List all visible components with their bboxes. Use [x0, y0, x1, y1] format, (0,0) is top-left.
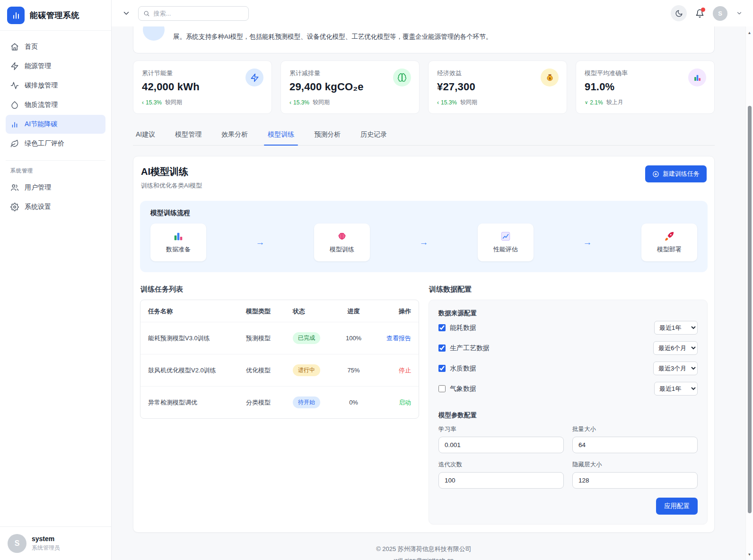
weather-data-range-select[interactable]: 最近1年 — [654, 382, 698, 396]
dark-mode-toggle[interactable] — [671, 5, 687, 21]
process-data-checkbox[interactable] — [438, 345, 446, 352]
sidebar-item-system-settings[interactable]: 系统设置 — [6, 198, 105, 216]
gear-icon — [10, 203, 19, 211]
sidebar-item-label: 物质流管理 — [25, 101, 58, 109]
tab-prediction-analysis[interactable]: 预测分析 — [313, 129, 341, 145]
panel-title: AI模型训练 — [141, 165, 202, 178]
apply-config-button[interactable]: 应用配置 — [656, 498, 698, 515]
tab-model-training[interactable]: 模型训练 — [267, 129, 295, 145]
scrollbar-up-arrow[interactable]: ▲ — [746, 31, 753, 35]
process-data-range-select[interactable]: 最近6个月 — [653, 341, 698, 355]
sidebar-item-ai-energy-saving[interactable]: AI节能降碳 — [6, 115, 105, 134]
start-task-link[interactable]: 启动 — [399, 399, 411, 406]
sidebar-header: 能碳管理系统 — [0, 0, 111, 30]
stat-delta: ‹ 15.3% 较同期 — [437, 98, 558, 106]
stat-label: 经济效益 — [437, 69, 558, 78]
task-model-type: 优化模型 — [238, 354, 285, 387]
scrollbar-down-arrow[interactable]: ▼ — [746, 552, 753, 557]
sidebar-item-green-factory[interactable]: 绿色工厂评价 — [6, 134, 105, 153]
moon-icon — [675, 9, 683, 17]
checkbox-label[interactable]: 生产工艺数据 — [438, 344, 490, 353]
sidebar-collapse-button[interactable] — [122, 9, 131, 17]
stop-task-link[interactable]: 停止 — [399, 367, 411, 374]
task-progress: 0% — [335, 387, 372, 419]
page-content: 展。系统支持多种AI模型，包括能耗预测模型、设备优化模型、工艺优化模型等，覆盖企… — [112, 26, 753, 560]
table-row: 鼓风机优化模型V2.0训练 优化模型 进行中 75% 停止 — [140, 354, 419, 387]
notifications-button[interactable] — [695, 9, 704, 18]
stat-value: ¥27,300 — [437, 81, 558, 93]
water-data-checkbox[interactable] — [438, 365, 446, 372]
flow-steps: 数据准备 → 模型训练 → 性能评估 → — [150, 224, 697, 261]
model-params-title: 模型参数配置 — [438, 411, 698, 420]
brain-emoji-icon — [337, 231, 347, 241]
sidebar-item-label: 能源管理 — [25, 62, 51, 70]
sidebar-item-home[interactable]: 首页 — [6, 37, 105, 56]
home-icon — [10, 43, 19, 51]
flow-step-performance-evaluation: 性能评估 — [478, 224, 534, 261]
param-field-iterations: 迭代次数 — [438, 461, 564, 489]
column-header-task-name: 任务名称 — [140, 300, 238, 322]
stat-card-emission-reduced: 累计减排量 29,400 kgCO₂e ‹ 15.3% 较同期 — [280, 60, 420, 114]
batch-size-input[interactable] — [572, 437, 698, 453]
chart-increasing-emoji-icon — [500, 231, 511, 241]
task-progress: 75% — [335, 354, 372, 387]
tab-effect-analysis[interactable]: 效果分析 — [220, 129, 249, 145]
view-report-link[interactable]: 查看报告 — [386, 335, 411, 342]
sidebar-item-user-management[interactable]: 用户管理 — [6, 178, 105, 197]
header-avatar[interactable]: S — [713, 6, 727, 21]
chevron-down-icon[interactable] — [736, 10, 743, 17]
new-training-task-button[interactable]: 新建训练任务 — [645, 165, 707, 182]
lightning-icon — [245, 69, 263, 86]
sidebar-item-carbon[interactable]: 碳排放管理 — [6, 76, 105, 95]
hidden-layer-size-input[interactable] — [572, 472, 698, 489]
topbar: S — [112, 0, 753, 26]
energy-data-range-select[interactable]: 最近1年 — [654, 321, 698, 335]
checkbox-label[interactable]: 气象数据 — [438, 385, 476, 393]
tab-model-management[interactable]: 模型管理 — [174, 129, 202, 145]
leaf-icon — [10, 139, 19, 148]
rocket-emoji-icon — [664, 231, 674, 241]
checkbox-label[interactable]: 能耗数据 — [438, 324, 476, 332]
stat-value: 29,400 kgCO₂e — [289, 81, 411, 93]
sidebar-user[interactable]: S system 系统管理员 — [0, 526, 111, 560]
trend-down-icon: ‹ — [289, 99, 291, 106]
stat-label: 累计节能量 — [142, 69, 263, 78]
energy-data-checkbox[interactable] — [438, 324, 446, 331]
tab-bar: AI建议 模型管理 效果分析 模型训练 预测分析 历史记录 — [133, 129, 715, 146]
tab-ai-advice[interactable]: AI建议 — [135, 129, 156, 145]
table-row: 异常检测模型调优 分类模型 待开始 0% 启动 — [140, 387, 419, 419]
scrollbar-thumb[interactable] — [748, 106, 752, 513]
stat-value: 91.0% — [585, 81, 706, 93]
users-icon — [10, 183, 19, 192]
water-data-range-select[interactable]: 最近3个月 — [653, 362, 698, 375]
app-logo — [7, 7, 25, 24]
stat-card-economic-benefit: 经济效益 ¥27,300 ‹ 15.3% 较同期 $ — [428, 60, 567, 114]
trend-down-icon: ‹ — [437, 99, 439, 106]
search-box[interactable] — [138, 6, 249, 21]
tab-history[interactable]: 历史记录 — [359, 129, 388, 145]
task-model-type: 分类模型 — [238, 387, 285, 419]
stat-value: 42,000 kWh — [142, 81, 263, 93]
vertical-scrollbar[interactable]: ▲ ▼ — [745, 26, 753, 560]
weather-data-checkbox[interactable] — [438, 385, 446, 392]
plus-circle-icon — [652, 171, 659, 178]
learning-rate-input[interactable] — [438, 437, 564, 453]
sidebar-item-material-flow[interactable]: 物质流管理 — [6, 95, 105, 114]
checkbox-label[interactable]: 水质数据 — [438, 364, 476, 373]
param-field-batch-size: 批量大小 — [572, 425, 698, 453]
stat-delta: ∨ 2.1% 较上月 — [585, 98, 706, 106]
notice-text: 展。系统支持多种AI模型，包括能耗预测模型、设备优化模型、工艺优化模型等，覆盖企… — [173, 26, 492, 53]
flow-step-model-deployment: 模型部署 — [641, 224, 697, 261]
table-row: 能耗预测模型V3.0训练 预测模型 已完成 100% 查看报告 — [140, 322, 419, 354]
arrow-right-icon: → — [583, 237, 592, 248]
sidebar-item-energy[interactable]: 能源管理 — [6, 57, 105, 76]
search-input[interactable] — [153, 10, 244, 17]
data-source-row-energy: 能耗数据 最近1年 — [438, 318, 698, 338]
sidebar: 能碳管理系统 首页 能源管理 碳排放管理 物质流管理 AI节能降碳 — [0, 0, 112, 560]
config-card: 数据来源配置 能耗数据 最近1年 — [429, 300, 708, 525]
money-bag-icon: $ — [541, 69, 559, 86]
activity-icon — [10, 81, 19, 90]
task-model-type: 预测模型 — [238, 322, 285, 354]
iterations-input[interactable] — [438, 472, 564, 489]
column-header-status: 状态 — [285, 300, 335, 322]
